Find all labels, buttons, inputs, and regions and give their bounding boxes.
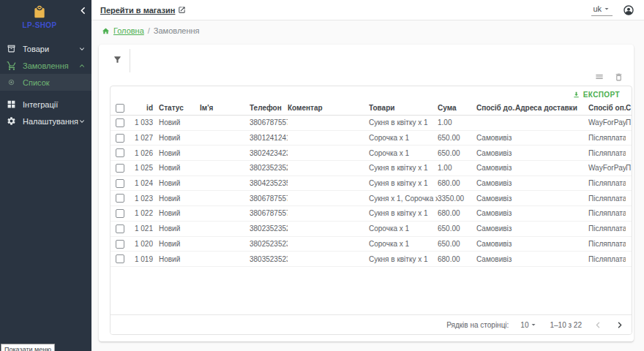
chevron-right-icon [615,320,624,330]
cell-goods: Сорочка x 1 [369,240,438,248]
select-all-checkbox[interactable] [116,104,124,113]
cell-id: 1 020 [131,240,153,248]
language-value: uk [593,4,602,13]
sidebar-item-products[interactable]: Товари [0,40,91,57]
cell-status: Новий [153,179,200,187]
table-row[interactable]: 1 033 Новий 380678755765 Сукня в квітку … [111,116,632,131]
cell-sum: 680.00 [438,179,476,187]
external-link-icon [178,6,186,14]
cell-payment-status: П [626,118,632,127]
inventory-box-icon [6,43,17,54]
cell-payment: WayForPay [588,164,626,172]
sidebar-item-settings[interactable]: Налаштування [0,113,91,129]
collapse-sidebar-button[interactable] [78,6,88,15]
breadcrumb: Головна / Замовлення [102,26,200,35]
store-link-label: Перейти в магазин [100,6,175,15]
column-header-status[interactable]: Статус [153,104,200,112]
sidebar-item-label: Інтеграції [23,100,86,109]
cell-payment: Післяплата [588,255,626,263]
account-circle-icon [623,4,634,16]
cell-goods: Сукня x 1, Сорочка x 4 [369,195,438,203]
shop-logo-text: LP-SHOP [0,21,79,29]
cell-id: 1 019 [131,255,153,263]
filter-button[interactable] [111,53,124,66]
column-header-phone[interactable]: Телефон [250,104,288,112]
next-page-button[interactable] [615,320,624,330]
cell-status: Новий [153,224,200,233]
row-checkbox-cell [111,178,131,187]
list-lines-icon [594,72,604,82]
column-header-payment-status[interactable]: С [626,104,632,112]
table-row[interactable]: 1 022 Новий 380678755765 Сукня в квітку … [111,206,632,222]
breadcrumb-separator: / [148,26,150,35]
radio-bullet-icon [6,77,17,88]
pagination-range: 1–10 з 22 [550,321,582,329]
table-row[interactable]: 1 026 Новий 380242342342 Сорочка x 1 650… [111,146,632,161]
delete-button[interactable] [614,72,624,82]
row-checkbox[interactable] [116,240,124,249]
export-row: ЕКСПОРТ [111,86,632,101]
chevron-left-icon [78,6,88,15]
cell-id: 1 025 [131,164,153,172]
table-row[interactable]: 1 019 Новий 380352352353 Сукня в квітку … [111,252,632,267]
sidebar-item-label: Налаштування [23,117,78,126]
cell-phone: 380235235235 [250,224,288,233]
row-checkbox[interactable] [116,118,124,127]
sidebar-nav: Товари Замовлення Список Інтеграці [0,40,91,129]
row-checkbox-cell [111,194,131,203]
table-row[interactable]: 1 020 Новий 380252352352 Сорочка x 1 650… [111,237,632,252]
row-checkbox-cell [111,133,131,142]
table-row[interactable]: 1 024 Новий 380423523523 Сукня в квітку … [111,176,632,192]
sidebar-item-orders-list[interactable]: Список [0,74,91,91]
cell-goods: Сукня в квітку x 1 [369,164,438,172]
row-checkbox[interactable] [116,148,124,157]
cell-goods: Сукня в квітку x 1 [369,209,438,217]
row-checkbox[interactable] [116,209,124,218]
cell-goods: Сукня в квітку x 1 [369,255,438,263]
sidebar-item-orders[interactable]: Замовлення [0,57,91,74]
cell-phone: 380352352353 [250,255,288,263]
menu-tooltip: Показати меню [1,344,55,351]
row-checkbox[interactable] [116,164,124,173]
column-header-sum[interactable]: Сума [438,104,476,112]
cell-id: 1 027 [131,134,153,142]
cell-delivery: Самовивіз [476,209,515,217]
cell-payment-status: П [626,164,632,172]
row-checkbox-cell [111,148,131,157]
row-checkbox[interactable] [116,254,124,263]
row-checkbox[interactable] [116,134,124,143]
row-checkbox[interactable] [116,194,124,203]
row-checkbox[interactable] [116,179,124,188]
table-row[interactable]: 1 027 Новий 380124124124 Сорочка x 1 650… [111,131,632,146]
table-row[interactable]: 1 021 Новий 380235235235 Сорочка x 1 650… [111,222,632,237]
cell-payment: Післяплата [588,240,626,248]
breadcrumb-home-link[interactable]: Головна [113,26,144,35]
export-button[interactable]: ЕКСПОРТ [568,90,624,99]
cell-payment: WayForPay [588,118,626,127]
cell-goods: Сукня в квітку x 1 [369,118,438,127]
language-select[interactable]: uk [591,4,613,16]
column-header-delivery[interactable]: Спосіб до... [476,104,515,112]
caret-down-icon [529,320,538,329]
sidebar-item-integrations[interactable]: Інтеграції [0,96,91,113]
column-view-button[interactable] [594,72,604,82]
column-header-payment[interactable]: Спосіб оп... [588,104,626,112]
table-row[interactable]: 1 025 Новий 380235235235 Сукня в квітку … [111,161,632,176]
previous-page-button[interactable] [594,320,603,330]
row-checkbox-cell [111,239,131,248]
account-button[interactable] [623,4,634,16]
go-to-store-link[interactable]: Перейти в магазин [100,6,186,15]
column-header-name[interactable]: Ім'я [200,104,250,112]
table-row[interactable]: 1 023 Новий 380678755722 Сукня x 1, Соро… [111,191,632,206]
cell-sum: 680.00 [438,255,476,263]
cell-phone: 380678755765 [250,209,288,217]
column-header-goods[interactable]: Товари [369,104,438,112]
column-header-comment[interactable]: Коментар [288,104,369,112]
column-header-address[interactable]: Адреса доставки [515,104,588,112]
cell-delivery: Самовивіз [476,149,515,157]
cell-payment: Післяплата [588,195,626,203]
cell-sum: 680.00 [438,209,476,217]
column-header-id[interactable]: id [131,104,153,112]
rows-per-page-select[interactable]: 10 [520,320,538,329]
row-checkbox[interactable] [116,224,124,233]
